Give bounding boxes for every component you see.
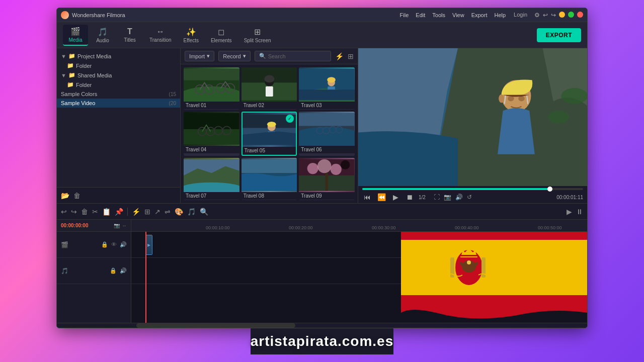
media-thumb-7[interactable]: Travel 07 [184, 158, 239, 200]
tree-shared-media[interactable]: ▼ 📁 Shared Media [57, 70, 180, 80]
playhead[interactable]: ✂ [145, 232, 146, 323]
volume-icon[interactable]: 🔊 [455, 194, 463, 201]
svg-rect-40 [242, 159, 297, 173]
svg-point-54 [561, 88, 587, 104]
go-to-start-button[interactable]: ⏮ [362, 193, 372, 201]
timeline-scrollbar[interactable] [57, 323, 587, 328]
media-area: Import ▾ Record ▾ 🔍 Search ⚡ ⊞ [181, 48, 358, 203]
flip-button[interactable]: ⇌ [165, 208, 171, 216]
video-clip-item[interactable]: ▶ [145, 235, 152, 255]
audio-track-row[interactable] [131, 258, 587, 284]
minimize-button[interactable] [559, 12, 565, 18]
filter-icon[interactable]: ⚡ [335, 52, 344, 60]
media-grid: Travel 01 [181, 64, 358, 203]
svg-rect-48 [326, 173, 329, 191]
audio-lock-icon[interactable]: 🔒 [110, 267, 117, 274]
toolbar-media[interactable]: 🎬 Media [63, 25, 88, 46]
svg-point-28 [267, 122, 276, 127]
color-button[interactable]: 🎨 [175, 208, 183, 216]
delete-button[interactable]: 🗑 [81, 208, 88, 216]
toolbar-titles[interactable]: T Titles [117, 25, 142, 45]
copy-button[interactable]: 📋 [102, 208, 111, 216]
camera-icon[interactable]: 📷 [114, 223, 120, 228]
menu-file[interactable]: File [400, 12, 409, 18]
thumb-img-2 [242, 67, 297, 102]
export-button[interactable]: EXPORT [537, 28, 581, 42]
delete-icon[interactable]: 🗑 [73, 192, 80, 200]
zoom-in-icon[interactable]: 🔍 [200, 208, 208, 216]
icon-btn-3[interactable]: ↪ [551, 12, 556, 19]
paste-button[interactable]: 📌 [115, 208, 123, 216]
icon-btn-1[interactable]: ⚙ [534, 12, 540, 19]
tree-folder-2[interactable]: 📁 Folder [57, 80, 180, 89]
zoom-slider-icon[interactable]: ↔ [122, 223, 127, 228]
toolbar-split-screen[interactable]: ⊞ Split Screen [239, 25, 276, 45]
playback-bar: ⏮ ⏪ ▶ ⏹ 1/2 ⛶ 📷 🔊 ↺ 00:00:01:11 [358, 186, 587, 203]
redo-button[interactable]: ↪ [71, 208, 77, 216]
media-thumb-5[interactable]: ✓ Travel 05 [242, 112, 297, 156]
track-labels: 00:00:00:00 📷 ↔ 🎬 🔒 👁 🔊 🎵 [57, 220, 131, 323]
audio-speaker-icon[interactable]: 🔊 [120, 267, 127, 274]
playback-time: 00:00:01:11 [556, 195, 583, 200]
progress-thumb[interactable] [547, 187, 552, 192]
tree-folder-1[interactable]: 📁 Folder [57, 61, 180, 70]
step-back-button[interactable]: ⏪ [376, 193, 386, 201]
svg-point-38 [184, 183, 239, 192]
rotate-button[interactable]: ↗ [154, 208, 160, 216]
toolbar-elements[interactable]: ◻ Elements [206, 25, 237, 45]
video-track-row[interactable]: ▶ [131, 232, 587, 258]
menu-edit[interactable]: Edit [416, 12, 425, 18]
video-speaker-icon[interactable]: 🔊 [120, 241, 127, 248]
timeline-tracks[interactable]: ✂ ▶ [131, 232, 587, 323]
menu-export[interactable]: Export [471, 12, 488, 18]
video-lock-icon[interactable]: 🔒 [101, 241, 108, 248]
tree-sample-colors[interactable]: Sample Colors (15 [57, 89, 180, 99]
import-dropdown[interactable]: Import ▾ [185, 51, 214, 61]
grid-view-icon[interactable]: ⊞ [348, 52, 354, 60]
crop-button[interactable]: ⊞ [144, 208, 150, 216]
toolbar-transition[interactable]: ↔ Transition [144, 25, 177, 45]
fullscreen-icon[interactable]: ⛶ [434, 194, 440, 201]
add-folder-icon[interactable]: 📂 [61, 192, 69, 200]
settings-icon[interactable]: ↺ [467, 194, 472, 201]
sample-colors-count: (15 [169, 92, 176, 97]
play-button[interactable]: ▶ [390, 193, 400, 201]
transition-label: Transition [149, 37, 172, 43]
scrollbar-thumb[interactable] [136, 323, 295, 328]
record-dropdown[interactable]: Record ▾ [218, 51, 250, 61]
login-label[interactable]: Login [514, 12, 527, 19]
menu-help[interactable]: Help [494, 12, 506, 18]
audio-btn[interactable]: 🎵 [187, 208, 196, 216]
play-timeline-button[interactable]: ▶ [567, 208, 572, 216]
search-placeholder[interactable]: Search [268, 53, 286, 59]
menu-view[interactable]: View [452, 12, 464, 18]
cut-button[interactable]: ✂ [92, 208, 98, 216]
app-title: Wondershare Filmora [72, 12, 400, 18]
undo-button[interactable]: ↩ [61, 208, 67, 216]
preview-progress-bar[interactable] [362, 188, 583, 190]
media-thumb-1[interactable]: Travel 01 [184, 67, 239, 110]
speed-button[interactable]: ⚡ [132, 208, 140, 216]
toolbar-audio[interactable]: 🎵 Audio [90, 25, 115, 45]
svg-point-55 [548, 111, 569, 123]
maximize-button[interactable] [568, 12, 574, 18]
stop-button[interactable]: ⏹ [405, 193, 415, 201]
tree-sample-video[interactable]: Sample Video (20 [57, 99, 180, 108]
menu-tools[interactable]: Tools [432, 12, 445, 18]
pause-timeline-button[interactable]: ⏸ [576, 208, 583, 216]
media-thumb-4[interactable]: Travel 04 [184, 112, 239, 156]
media-thumb-6[interactable]: Travel 06 [299, 112, 355, 156]
video-visibility-icon[interactable]: 👁 [111, 241, 117, 248]
tree-project-media[interactable]: ▼ 📁 Project Media [57, 51, 180, 61]
media-thumb-8[interactable]: Travel 08 [242, 158, 297, 200]
svg-rect-17 [299, 89, 355, 100]
media-thumb-9[interactable]: Travel 09 [299, 158, 355, 200]
svg-point-52 [518, 96, 525, 102]
media-thumb-3[interactable]: Travel 03 [299, 67, 355, 110]
icon-btn-2[interactable]: ↩ [543, 12, 548, 19]
watermark-text: artistapirata.com.es [251, 333, 394, 349]
snapshot-icon[interactable]: 📷 [444, 194, 451, 201]
toolbar-effects[interactable]: ✨ Effects [179, 25, 204, 45]
media-thumb-2[interactable]: Travel 02 [242, 67, 297, 110]
close-button[interactable] [577, 12, 583, 18]
